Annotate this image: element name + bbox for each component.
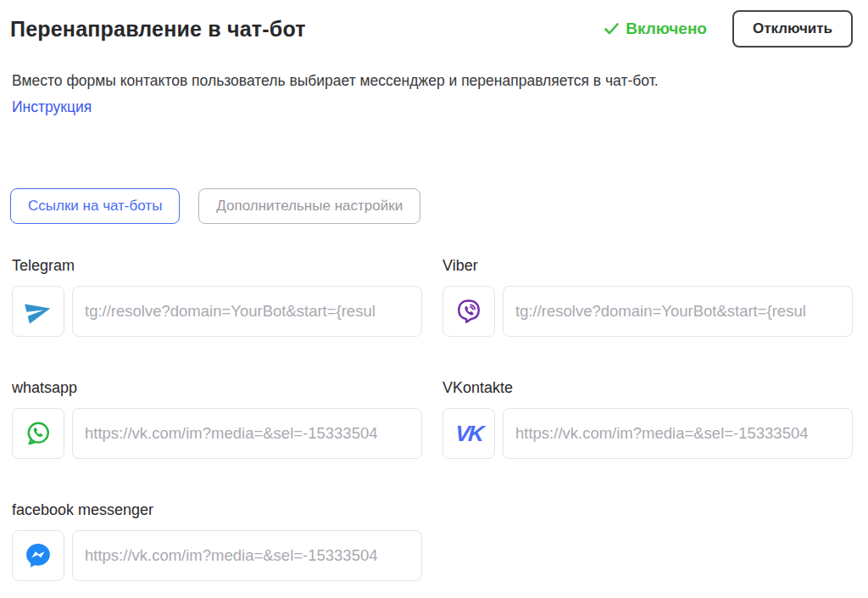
page-header: Перенаправление в чат-бот Включено Отклю… bbox=[10, 10, 853, 48]
viber-icon-box bbox=[442, 286, 495, 337]
facebook-messenger-url-input[interactable] bbox=[72, 530, 422, 581]
tab-additional-settings[interactable]: Дополнительные настройки bbox=[198, 188, 420, 224]
whatsapp-url-input[interactable] bbox=[72, 408, 422, 459]
viber-url-input[interactable] bbox=[503, 286, 853, 337]
vkontakte-url-input[interactable] bbox=[503, 408, 853, 459]
field-label-facebook-messenger: facebook messenger bbox=[12, 501, 422, 519]
tabs-bar: Ссылки на чат-боты Дополнительные настро… bbox=[10, 188, 853, 224]
disable-button[interactable]: Отключить bbox=[732, 10, 853, 48]
chatbot-redirect-settings-page: Перенаправление в чат-бот Включено Отклю… bbox=[0, 0, 868, 581]
viber-icon bbox=[454, 297, 483, 326]
field-facebook-messenger: facebook messenger bbox=[12, 501, 422, 581]
field-viber: Viber bbox=[442, 257, 853, 337]
page-title: Перенаправление в чат-бот bbox=[10, 17, 306, 42]
description-text: Вместо формы контактов пользователь выби… bbox=[10, 70, 853, 92]
messenger-icon bbox=[24, 541, 53, 570]
check-icon bbox=[604, 23, 619, 35]
chatbot-links-form: Telegram Viber bbox=[10, 257, 853, 581]
field-label-vkontakte: VKontakte bbox=[442, 379, 853, 397]
messenger-icon-box bbox=[12, 530, 64, 581]
vk-icon: VK bbox=[454, 421, 483, 447]
telegram-icon bbox=[22, 295, 55, 328]
field-vkontakte: VKontakte VK bbox=[442, 379, 853, 459]
telegram-icon-box bbox=[12, 286, 64, 337]
tab-chatbot-links[interactable]: Ссылки на чат-боты bbox=[10, 188, 180, 224]
field-telegram: Telegram bbox=[12, 257, 422, 337]
header-actions: Включено Отключить bbox=[604, 10, 853, 48]
status-label: Включено bbox=[626, 20, 707, 38]
field-label-viber: Viber bbox=[442, 257, 853, 275]
whatsapp-icon-box bbox=[12, 408, 64, 459]
telegram-url-input[interactable] bbox=[72, 286, 422, 337]
instruction-link[interactable]: Инструкция bbox=[10, 96, 92, 118]
whatsapp-icon bbox=[24, 419, 53, 448]
field-whatsapp: whatsapp bbox=[12, 379, 422, 459]
field-label-whatsapp: whatsapp bbox=[12, 379, 422, 397]
vk-icon-box: VK bbox=[442, 408, 495, 459]
grid-spacer bbox=[442, 501, 853, 581]
status-badge: Включено bbox=[604, 20, 707, 38]
field-label-telegram: Telegram bbox=[12, 257, 422, 275]
